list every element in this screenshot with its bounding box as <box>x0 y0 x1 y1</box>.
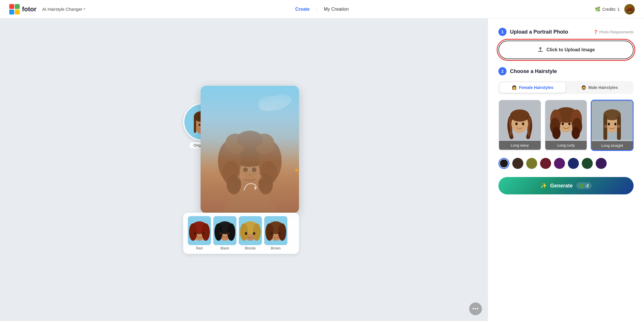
color-dark-brown[interactable] <box>512 158 523 169</box>
svg-point-18 <box>224 199 276 213</box>
hairstyle-label-long-straight: Long straight <box>592 141 633 150</box>
curl-arrow-svg <box>241 178 258 193</box>
svg-point-59 <box>253 223 261 241</box>
tool-name-dropdown[interactable]: AI Hairstyle Changer ▾ <box>42 7 85 12</box>
upload-icon <box>537 47 544 53</box>
svg-point-45 <box>202 223 210 241</box>
preview-panel: Original ✦✦ <box>0 19 488 321</box>
svg-point-84 <box>562 123 564 125</box>
svg-point-82 <box>552 127 561 139</box>
leaf-icon: 🌿 <box>595 6 601 12</box>
tab-male-hairstyles[interactable]: 🧔 Male Hairstyles <box>567 82 633 93</box>
male-icon: 🧔 <box>581 85 586 90</box>
chevron-down-icon: ▾ <box>84 7 85 11</box>
fotor-logo-icon <box>9 4 20 14</box>
step1-title: Upload a Portrait Photo <box>510 29 568 35</box>
svg-point-74 <box>522 123 524 125</box>
user-avatar[interactable]: 🌰 <box>624 4 635 14</box>
question-icon: ❓ <box>593 30 598 34</box>
generate-credits: 🌿 -2 <box>576 182 592 189</box>
header-nav: Create My Creation <box>295 6 349 12</box>
main-layout: Original ✦✦ <box>0 19 644 321</box>
color-burgundy[interactable] <box>540 158 551 169</box>
color-dark-green[interactable] <box>582 158 593 169</box>
hairstyle-label-long-curly: Long curly <box>545 141 587 150</box>
swatch-brown: Brown <box>264 216 287 250</box>
svg-point-12 <box>198 127 200 128</box>
swatch-red-label: Red <box>196 246 202 250</box>
svg-rect-2 <box>9 10 14 14</box>
swatch-red: Red <box>188 216 211 250</box>
hairstyle-card-long-curly[interactable]: Long curly <box>545 100 588 151</box>
svg-rect-3 <box>15 10 20 14</box>
upload-image-button[interactable]: Click to Upload Image <box>498 41 634 59</box>
logo-area[interactable]: fotor <box>9 4 36 14</box>
tab-male-label: Male Hairstyles <box>588 85 618 90</box>
color-purple[interactable] <box>554 158 565 169</box>
photo-requirements-link[interactable]: ❓ Photo Requirements <box>593 30 634 34</box>
header-left: fotor AI Hairstyle Changer ▾ <box>9 4 85 14</box>
hairstyle-card-long-wavy[interactable]: Long wavy <box>498 100 541 151</box>
hairstyle-img-long-curly <box>545 100 587 141</box>
tab-female-hairstyles[interactable]: 👩 Female Hairstyles <box>500 82 566 93</box>
svg-rect-91 <box>607 114 618 118</box>
swatch-black-img <box>213 216 236 245</box>
hairstyle-tabs: 👩 Female Hairstyles 🧔 Male Hairstyles <box>498 81 634 94</box>
svg-point-25 <box>225 134 245 154</box>
photo-requirements-label: Photo Requirements <box>599 30 634 34</box>
swatch-blonde-label: Blonde <box>245 246 256 250</box>
svg-point-31 <box>258 174 273 194</box>
swatch-brown-img <box>264 216 287 245</box>
color-dark-purple[interactable] <box>596 158 607 169</box>
demo-composite: Original ✦✦ <box>183 86 305 254</box>
more-options-button[interactable]: ••• <box>469 302 482 315</box>
color-picker-row <box>498 157 634 170</box>
svg-point-65 <box>265 223 274 241</box>
svg-point-92 <box>608 123 610 125</box>
svg-point-93 <box>614 123 617 125</box>
color-black[interactable] <box>498 158 509 169</box>
female-icon: 👩 <box>512 85 517 90</box>
svg-point-26 <box>254 134 274 154</box>
long-straight-svg <box>592 101 633 141</box>
svg-point-53 <box>219 232 222 235</box>
swatch-black: Black <box>213 216 236 250</box>
svg-point-47 <box>202 232 204 235</box>
svg-point-32 <box>243 167 248 173</box>
swatch-red-svg <box>188 216 211 245</box>
svg-point-72 <box>510 110 529 122</box>
long-wavy-svg <box>499 100 541 141</box>
credits-label: Credits: 1 <box>602 7 620 12</box>
nav-create-link[interactable]: Create <box>295 7 310 12</box>
step2-header: 2 Choose a Hairstyle <box>498 67 634 75</box>
nav-my-creation-link[interactable]: My Creation <box>324 7 349 12</box>
svg-point-66 <box>278 223 286 241</box>
svg-marker-40 <box>254 187 257 190</box>
tab-female-label: Female Hairstyles <box>519 85 553 90</box>
hairstyle-card-long-straight[interactable]: Long straight <box>591 100 634 151</box>
upload-button-label: Click to Upload Image <box>546 47 595 52</box>
svg-point-85 <box>568 123 570 125</box>
arrow-curl-icon <box>241 178 258 196</box>
long-curly-svg <box>545 100 587 141</box>
color-olive[interactable] <box>526 158 537 169</box>
svg-point-23 <box>218 141 241 181</box>
swatch-blonde-img <box>239 216 262 245</box>
app-header: fotor AI Hairstyle Changer ▾ Create My C… <box>0 0 644 19</box>
color-swatches-card: Red <box>183 213 299 254</box>
svg-rect-35 <box>251 167 258 172</box>
swatch-blonde-svg <box>239 216 262 245</box>
color-navy[interactable] <box>568 158 579 169</box>
svg-point-83 <box>572 127 580 139</box>
svg-point-16 <box>271 94 292 106</box>
generate-button[interactable]: ✨ Generate 🌿 -2 <box>498 177 634 194</box>
sparkle-plus-icon: ✦ <box>294 167 299 174</box>
tool-name-label: AI Hairstyle Changer <box>42 7 82 12</box>
svg-point-44 <box>189 223 197 241</box>
svg-rect-34 <box>242 167 249 172</box>
svg-point-28 <box>222 161 240 184</box>
svg-point-37 <box>248 174 252 176</box>
main-result-card <box>201 86 299 213</box>
hairstyle-label-long-wavy: Long wavy <box>499 141 541 150</box>
svg-point-30 <box>227 174 241 194</box>
